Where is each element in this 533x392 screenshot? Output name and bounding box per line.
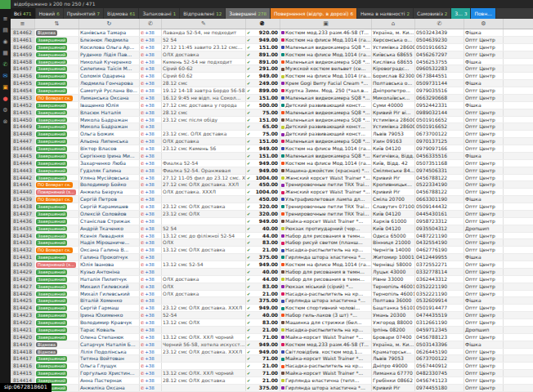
product-name[interactable]: Насадка-распылитель на кр... [280,327,372,333]
phone-actions[interactable]: ✆+38 [140,102,162,109]
call-icon[interactable]: ✆ [141,168,144,173]
table-row[interactable]: 814442ЗавершенийУляна Мусійовська✆+3827.… [11,175,533,182]
product-name[interactable]: Тренировочные петли TRX Trai... [280,211,372,217]
phone-actions[interactable]: ✆+38 [140,363,162,369]
column-header-source[interactable]: ⚙ [464,19,504,29]
column-header-status[interactable]: ⇅ [35,19,79,29]
column-header-region[interactable]: ⌂ [372,19,415,29]
tab-новий[interactable]: Новий6 [36,8,64,19]
product-name[interactable]: Куртка Зимн. Мод. 250 (*зал.в... [280,87,372,94]
phone-actions[interactable]: ✆+38 [140,73,162,79]
customer-name[interactable]: Олексій Соловйов [79,211,140,217]
table-row[interactable]: 814457ЗавершенийСилепина Таїсія М...✆+38… [11,65,533,73]
product-name[interactable]: Маленькая видеокамера SQ8 *... [280,44,372,51]
call-icon[interactable]: ✆ [141,139,144,144]
settings-icon[interactable]: ⚙ [2,108,8,114]
call-icon[interactable]: ✆ [141,219,144,224]
customer-name[interactable]: Блезнюк Людмила [79,37,140,43]
customer-name[interactable]: Власюк Наталія [79,109,140,116]
product-name[interactable]: Гирлянда штора эластична *... [280,297,372,304]
customer-name[interactable]: Руденко Лідія Пав... [79,51,140,58]
phone-actions[interactable]: ✆+38 [140,261,162,268]
product-name[interactable]: Женский корсет Waist Trainer *... [280,175,372,181]
phone-actions[interactable]: ✆+38 [140,377,162,384]
phone-actions[interactable]: ✆+38 [140,319,162,326]
column-header-phone[interactable]: ✆ [415,19,464,29]
customer-name[interactable]: Ксенія Левадняя [79,233,140,239]
product-name[interactable]: Машина-джойстик (красная) *... [280,167,372,174]
product-name[interactable]: Костюм мод.233 разм.46-58 (Т... [280,341,372,348]
customer-name[interactable]: Сергієнко Ірина Ми... [79,153,140,159]
phone-actions[interactable]: ✆+38 [140,254,162,261]
product-name[interactable]: Костюм спортивний чолові... [280,305,372,311]
table-row[interactable]: 814446ЗавершенийВіктор Власов✆+3823.12 с… [11,145,533,153]
call-icon[interactable]: ✆ [141,110,144,115]
product-name[interactable]: Детский развивающий конст... [280,123,372,130]
product-name[interactable]: Майка-корсет Waist Trainer *... [280,370,372,376]
phone-actions[interactable]: ✆+38 [140,233,162,239]
table-row[interactable]: 814416ЗавершенийОльга Глущук✆+38✔21.00На… [11,363,533,370]
product-name[interactable]: Костюм на флисе Мод.1014 (га... [280,51,372,58]
tab-з-[interactable]: З...3 [451,8,471,19]
tab-самовивіз[interactable]: Самовивіз2 [414,8,451,19]
table-row[interactable]: 814424ЗавершенийСергій Гармаш✆+3823.12 с… [11,305,533,312]
call-icon[interactable]: ✆ [141,88,144,93]
customer-name[interactable]: Ольга Глущук [79,363,140,369]
phone-actions[interactable]: ✆+38 [140,153,162,159]
table-row[interactable]: 814451ЗавершенийВласюк Наталія✆+3828.12 … [11,109,533,117]
customer-name[interactable]: Канівська Тамара [79,29,140,36]
table-row[interactable]: 814437ЗавершенийОлексій Соловйов✆+3823.1… [11,211,533,218]
table-row[interactable]: 814423ЗавершенийІрина Юхименко✆+3852-54✔… [11,312,533,319]
table-row[interactable]: 814433ЗавершенийНадія Мірошниче...✆+38ОЛ… [11,239,533,247]
phone-actions[interactable]: ✆+38 [140,87,162,94]
app-logo-icon[interactable] [0,0,11,9]
product-name[interactable]: Майка-корсет Waist Trainer *... [280,218,372,225]
table-row[interactable]: 814439ПО Возврат ск.Сергій Петров✆+38✔45… [11,196,533,203]
table-row[interactable]: 814419ВідмоваСатарчук Наталія Б...✆+38Чо… [11,341,533,349]
call-icon[interactable]: ✆ [141,313,144,318]
customer-name[interactable]: Михаил Гилевский [79,283,140,290]
product-name[interactable]: Майка-корсет Waist Trainer *... [280,334,372,341]
clients-icon[interactable]: ◉ [2,39,8,45]
call-icon[interactable]: ✆ [141,212,144,216]
phone-actions[interactable]: ✆+38 [140,203,162,210]
product-name[interactable]: Костюм на флисе Мод.1014 (га... [280,261,372,268]
phone-actions[interactable]: ✆+38 [140,370,162,376]
phone-actions[interactable]: ✆+38 [140,59,162,65]
customer-name[interactable]: Уляна Мусійовська [79,175,140,181]
customer-name[interactable]: Анна Пастернак [79,377,140,384]
customer-name[interactable]: Іващенко Юлія [79,102,140,109]
call-icon[interactable]: ✆ [141,226,144,231]
call-icon[interactable]: ✆ [141,103,144,108]
customer-name[interactable]: Лілія Подолінська [79,349,140,355]
phone-actions[interactable]: ✆+38 [140,211,162,217]
customer-name[interactable]: Горгулько Христин... [79,370,140,376]
customer-name[interactable]: Ольга Божик [79,131,140,137]
customer-name[interactable]: Володимир Кравчук [79,319,140,326]
call-icon[interactable]: ✆ [141,197,144,202]
tab-запаковані[interactable]: Запаковані1 [139,8,180,19]
call-icon[interactable]: ✆ [141,182,144,187]
customer-name[interactable]: Сергій Карамишев [79,203,140,210]
product-name[interactable]: Костюм мод.233 разм.46-58 (Т... [280,29,372,36]
table-row[interactable]: 814427ЗавершенийМихаил Гилевский✆+38ОЛХ✔… [11,283,533,291]
call-icon[interactable]: ✆ [141,350,144,354]
product-name[interactable]: Набор для рисования в темн... [280,276,372,283]
call-icon[interactable]: ✆ [141,255,144,260]
call-icon[interactable]: ✆ [141,320,144,325]
product-name[interactable]: Насадка-распылитель на кр... [280,363,372,369]
table-row[interactable]: 814429ЗавершенийКузьо Антоніна✆+38✔40.00… [11,269,533,276]
customer-name[interactable]: Сатарчук Наталія Б... [79,341,140,348]
menu-icon[interactable]: ≡ [2,16,8,22]
phone-actions[interactable]: ✆+38 [140,218,162,225]
phone-actions[interactable]: ✆+38 [140,145,162,152]
table-row[interactable]: 814425ЗавершенийВіталій Хоменко✆+38✔375.… [11,297,533,305]
phone-actions[interactable]: ✆+38 [140,189,162,195]
call-icon[interactable]: ✆ [141,124,144,129]
customer-name[interactable]: Галина Прокопчук [79,254,140,261]
table-row[interactable]: 814459ЗавершенийРуденко Лідія Пав...✆+38… [11,51,533,59]
phone-icon[interactable]: ✆ [2,62,8,68]
customer-name[interactable]: Андрій Ткаченко [79,225,140,232]
product-name[interactable]: Рюкзак протиударний (чор... [280,225,372,232]
table-row[interactable]: 814415ЗавершенийГоргулько Христин...✆+38… [11,370,533,377]
